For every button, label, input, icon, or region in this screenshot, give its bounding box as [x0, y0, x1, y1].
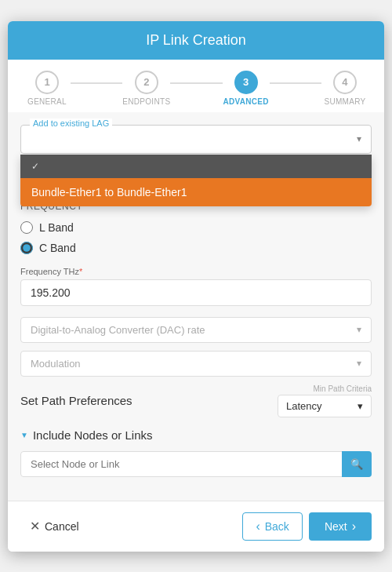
back-chevron-icon: [256, 519, 260, 534]
lag-dropdown-trigger[interactable]: placeholder ▾: [21, 126, 371, 153]
step-1-circle: 1: [35, 71, 59, 94]
search-icon: 🔍: [350, 458, 363, 470]
cancel-button[interactable]: ✕ Cancel: [20, 512, 89, 540]
dialog-footer: ✕ Cancel Back Next: [8, 501, 384, 552]
min-path-arrow-icon: ▾: [358, 400, 363, 412]
l-band-option[interactable]: L Band: [20, 221, 372, 234]
frequency-field-group: Frequency THz*: [20, 267, 372, 306]
frequency-field-label: Frequency THz*: [20, 267, 372, 276]
connector-2-3: [170, 82, 222, 84]
next-label: Next: [325, 520, 347, 533]
lag-section: Add to existing LAG placeholder ▾ ✓ Bund…: [20, 125, 372, 154]
step-2: 2 ENDPOINTS: [122, 71, 170, 106]
back-button[interactable]: Back: [242, 512, 302, 541]
min-path-value: Latency: [286, 400, 322, 412]
step-3-circle: 3: [234, 71, 258, 94]
step-4-circle: 4: [333, 71, 357, 94]
step-3-label: ADVANCED: [223, 97, 269, 106]
include-label: Include Nodes or Links: [33, 428, 153, 442]
wizard-steps: 1 GENERAL 2 ENDPOINTS 3 ADVANCED 4 SUMMA…: [8, 60, 384, 112]
nav-buttons: Back Next: [242, 512, 372, 541]
modulation-arrow-icon: ▾: [357, 358, 361, 369]
c-band-radio[interactable]: [20, 242, 33, 254]
expand-triangle-icon: ▼: [20, 431, 28, 439]
freq-label-text: Frequency THz: [20, 267, 79, 276]
include-nodes-section: ▼ Include Nodes or Links 🔍: [20, 428, 372, 477]
dac-placeholder: Digital-to-Analog Converter (DAC) rate: [31, 324, 205, 336]
lag-dropdown-arrow: ▾: [357, 133, 361, 144]
path-pref-label: Set Path Preferences: [20, 394, 132, 407]
min-path-criteria-label: Min Path Criteria: [314, 384, 372, 393]
next-button[interactable]: Next: [309, 512, 372, 541]
frequency-input[interactable]: [20, 279, 372, 306]
back-label: Back: [265, 520, 289, 533]
dac-select[interactable]: Digital-to-Analog Converter (DAC) rate ▾: [20, 317, 372, 343]
step-1-label: GENERAL: [27, 97, 67, 106]
path-preferences-row: Set Path Preferences Min Path Criteria L…: [20, 384, 372, 417]
frequency-section: FREQUENCY L Band C Band Frequency THz*: [20, 201, 372, 477]
node-link-search-wrapper: 🔍: [20, 451, 372, 477]
l-band-radio[interactable]: [20, 221, 33, 234]
next-chevron-icon: [352, 519, 356, 534]
lag-fieldset: Add to existing LAG placeholder ▾ ✓ Bund…: [20, 125, 372, 154]
dialog-title: IP Link Creation: [24, 32, 368, 49]
connector-1-2: [71, 82, 122, 84]
lag-empty-option[interactable]: ✓: [20, 155, 372, 178]
step-3: 3 ADVANCED: [223, 71, 270, 106]
dac-arrow-icon: ▾: [357, 324, 361, 335]
modulation-placeholder: Modulation: [31, 358, 81, 370]
c-band-label: C Band: [39, 242, 76, 254]
band-radio-group: L Band C Band: [20, 221, 372, 254]
node-link-search-button[interactable]: 🔍: [342, 451, 372, 477]
lag-bundle-option[interactable]: Bundle-Ether1 to Bundle-Ether1: [20, 178, 372, 206]
node-link-search-input[interactable]: [20, 451, 372, 477]
dialog-header: IP Link Creation: [8, 21, 384, 60]
checkmark-icon: ✓: [31, 161, 39, 172]
required-indicator: *: [79, 267, 82, 276]
l-band-label: L Band: [39, 221, 74, 234]
step-2-label: ENDPOINTS: [122, 97, 170, 106]
min-path-group: Min Path Criteria Latency ▾: [278, 384, 372, 417]
cancel-label: Cancel: [45, 520, 79, 533]
include-header[interactable]: ▼ Include Nodes or Links: [20, 428, 372, 442]
main-content: Add to existing LAG placeholder ▾ ✓ Bund…: [8, 112, 384, 501]
connector-3-4: [270, 82, 321, 84]
ip-link-creation-dialog: IP Link Creation 1 GENERAL 2 ENDPOINTS 3…: [8, 21, 384, 552]
lag-dropdown-menu: ✓ Bundle-Ether1 to Bundle-Ether1: [20, 155, 372, 206]
min-path-select[interactable]: Latency ▾: [278, 395, 372, 417]
step-2-circle: 2: [135, 71, 158, 94]
modulation-select[interactable]: Modulation ▾: [20, 351, 372, 377]
c-band-option[interactable]: C Band: [20, 242, 372, 254]
step-1: 1 GENERAL: [24, 71, 71, 106]
step-4: 4 SUMMARY: [321, 71, 368, 106]
cancel-icon: ✕: [30, 519, 40, 534]
step-4-label: SUMMARY: [324, 97, 365, 106]
